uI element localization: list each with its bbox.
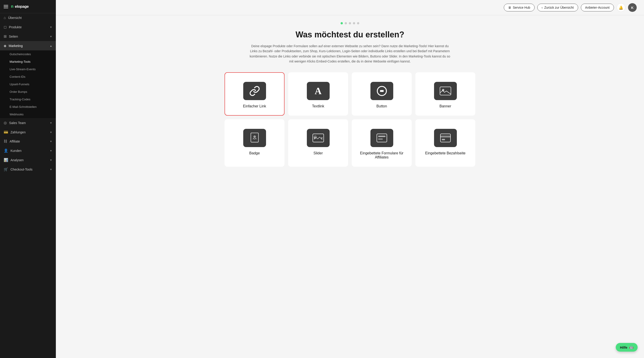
card-textlink[interactable]: A Textlink [288,72,348,116]
svg-rect-1 [380,90,384,92]
card-einfacher-link[interactable]: Einfacher Link [224,72,284,116]
slider-icon-box [307,129,330,147]
chevron-down-icon: ▼ [50,149,52,152]
banner-icon-box [434,82,457,100]
card-eingebettete-formulare[interactable]: Eingebettete Formulare für Affiliates [352,119,412,167]
card-label-banner: Banner [440,104,451,108]
help-icon: 🤖 [629,345,634,349]
card-button[interactable]: Button [352,72,412,116]
card-badge[interactable]: Badge [224,119,284,167]
card-banner[interactable]: Banner [415,72,475,116]
monitor-icon: 🖥 [508,6,511,9]
nav-item-sales-team[interactable]: ◎ Sales Team ▼ [0,118,56,128]
marketing-icon: ◈ [4,44,6,48]
chevron-left-icon: ‹ [542,6,543,9]
card-label-bezahlseite: Eingebettete Bezahlseite [425,151,466,155]
logo-text: elopage [15,4,29,9]
card-label-slider: Slider [314,151,323,155]
nav-item-marketing[interactable]: ◈ Marketing ▲ [0,41,56,50]
svg-rect-10 [377,134,387,142]
content-area: Was möchtest du erstellen? Deine elopage… [56,15,644,358]
nav-item-seiten[interactable]: ⊞ Seiten ▼ [0,32,56,41]
nav-item-zahlungen[interactable]: 💳 Zahlungen ▼ [0,128,56,137]
svg-rect-2 [440,87,451,95]
svg-point-8 [321,137,322,139]
dot-4[interactable] [353,22,355,24]
link-icon-box [243,82,266,100]
sales-icon: ◎ [4,121,7,125]
nav-item-produkte[interactable]: ◻ Produkte ▼ [0,22,56,32]
dot-1[interactable] [340,22,343,24]
chevron-down-icon: ▼ [50,122,52,124]
help-button[interactable]: Hilfe 🤖 [616,343,638,352]
box-icon: ◻ [4,25,6,29]
page-title: Was möchtest du erstellen? [70,30,630,40]
hamburger-menu[interactable] [4,5,8,8]
sidebar-item-upsell-funnels[interactable]: Upsell-Funnels [0,80,56,88]
card-label-button: Button [376,104,387,108]
chevron-down-icon: ▼ [50,26,52,28]
topbar: 🖥 Service Hub ‹ Zurück zur Übersicht Anb… [56,0,644,15]
nav-item-checkout-tools[interactable]: 🛒 Checkout-Tools ▼ [0,165,56,174]
textlink-icon-box: A [307,82,330,100]
text-a-icon: A [314,86,322,96]
marketing-submenu: Gutscheincodes Marketing-Tools Live-Stre… [0,50,56,118]
sidebar-item-gutscheincodes[interactable]: Gutscheincodes [0,50,56,58]
dot-2[interactable] [345,22,347,24]
svg-rect-13 [440,134,450,142]
nav-item-ubersicht[interactable]: ⌂ Übersicht [0,13,56,22]
notification-button[interactable]: 🔔 [617,3,625,12]
chevron-down-icon: ▼ [50,168,52,171]
card-label-badge: Badge [249,151,260,155]
sidebar: n elopage ⌂ Übersicht ◻ Produkte ▼ ⊞ Sei… [0,0,56,358]
dot-3[interactable] [349,22,351,24]
card-label-einfacher-link: Einfacher Link [243,104,266,108]
avatar[interactable]: K [628,3,637,12]
nav-item-kunden[interactable]: 👤 Kunden ▼ [0,146,56,155]
formulare-icon-box [370,129,393,147]
pages-icon: ⊞ [4,34,6,38]
main-content: 🖥 Service Hub ‹ Zurück zur Übersicht Anb… [56,0,644,358]
sidebar-item-marketing-tools[interactable]: Marketing-Tools [0,58,56,66]
sidebar-header: n elopage [0,0,56,13]
card-slider[interactable]: Slider [288,119,348,167]
checkout-icon: 🛒 [4,167,8,172]
nav-item-analysen[interactable]: 📊 Analysen ▼ [0,155,56,165]
chevron-down-icon: ▼ [50,159,52,162]
sidebar-item-live-stream-events[interactable]: Live-Stream-Events [0,66,56,73]
analytics-icon: 📊 [4,158,8,162]
sidebar-item-email-schnittstellen[interactable]: E-Mail-Schnittstellen [0,103,56,110]
card-label-textlink: Textlink [312,104,324,108]
home-icon: ⌂ [4,16,6,20]
bezahlseite-icon-box [434,129,457,147]
card-eingebettete-bezahlseite[interactable]: Eingebettete Bezahlseite [415,119,475,167]
payment-icon: 💳 [4,130,8,134]
badge-icon-box [243,129,266,147]
nav-item-affiliate[interactable]: ⛓ Affiliate ▼ [0,137,56,146]
sidebar-item-webhooks[interactable]: Webhooks [0,110,56,118]
page-description: Deine elopage Produkte oder Formulare so… [247,44,452,64]
chevron-down-icon: ▼ [50,140,52,143]
button-icon-box [370,82,393,100]
dot-5[interactable] [357,22,359,24]
svg-rect-12 [378,138,383,140]
chevron-down-icon: ▼ [50,35,52,38]
svg-rect-15 [442,139,445,140]
sidebar-item-order-bumps[interactable]: Order Bumps [0,88,56,96]
card-label-formulare: Eingebettete Formulare für Affiliates [357,151,407,160]
account-button[interactable]: Anbieter-Account [581,4,614,12]
sidebar-item-content-ids[interactable]: Content-IDs [0,73,56,80]
chevron-up-icon: ▲ [50,44,52,47]
affiliate-icon: ⛓ [4,139,7,144]
dots-navigation [70,22,630,24]
service-hub-button[interactable]: 🖥 Service Hub [504,4,534,12]
logo: n elopage [11,4,29,9]
back-button[interactable]: ‹ Zurück zur Übersicht [537,4,578,12]
cards-grid: Einfacher Link A Textlink Button [224,72,475,167]
chevron-down-icon: ▼ [50,131,52,134]
bell-icon: 🔔 [619,6,623,10]
svg-point-5 [253,135,256,138]
logo-accent: n [11,4,14,9]
sidebar-item-tracking-codes[interactable]: Tracking-Codes [0,96,56,103]
customers-icon: 👤 [4,148,8,153]
